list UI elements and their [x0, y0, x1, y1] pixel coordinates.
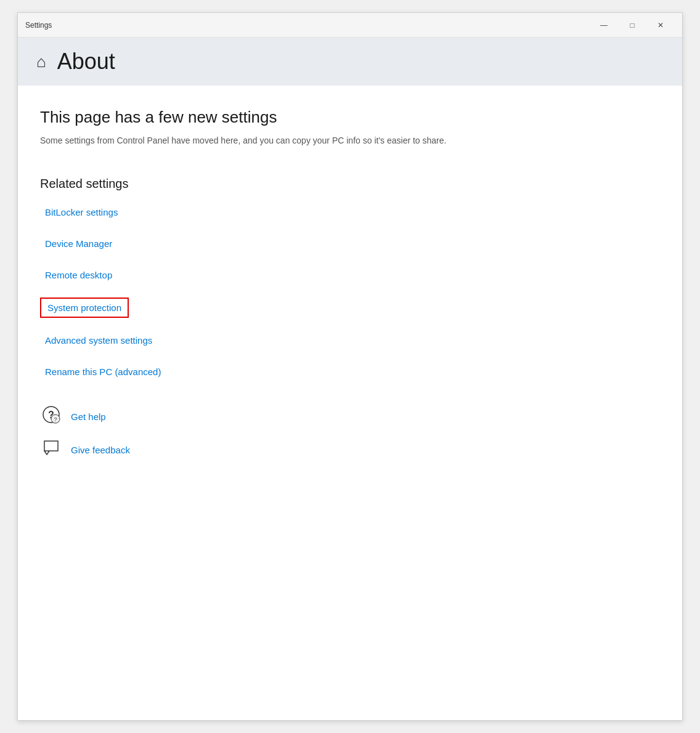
content-area: This page has a few new settings Some se…	[18, 86, 682, 720]
page-title: About	[57, 49, 115, 75]
new-settings-description: Some settings from Control Panel have mo…	[40, 134, 496, 147]
svg-text:?: ?	[54, 416, 57, 423]
minimize-button[interactable]: —	[590, 15, 618, 35]
title-bar: Settings — □ ✕	[18, 13, 682, 38]
settings-window: Settings — □ ✕ ⌂ About This page has a f…	[17, 12, 683, 721]
related-settings-section: Related settings BitLocker settings Devi…	[40, 177, 660, 381]
give-feedback-link[interactable]: Give feedback	[71, 445, 130, 455]
link-advanced-system[interactable]: Advanced system settings	[40, 331, 660, 349]
related-settings-heading: Related settings	[40, 177, 660, 191]
link-rename-pc[interactable]: Rename this PC (advanced)	[40, 363, 660, 381]
link-system-protection[interactable]: System protection	[40, 298, 129, 318]
home-icon: ⌂	[36, 52, 46, 71]
get-help-icon: ? ?	[40, 405, 62, 427]
new-settings-title: This page has a few new settings	[40, 108, 660, 127]
window-controls: — □ ✕	[590, 15, 675, 35]
window-title: Settings	[25, 21, 52, 30]
link-bitlocker[interactable]: BitLocker settings	[40, 203, 660, 221]
get-help-link[interactable]: Get help	[71, 411, 106, 422]
maximize-button[interactable]: □	[618, 15, 646, 35]
new-settings-section: This page has a few new settings Some se…	[40, 108, 660, 147]
give-feedback-item: Give feedback	[40, 439, 660, 461]
give-feedback-icon	[40, 439, 62, 461]
get-help-item: ? ? Get help	[40, 405, 660, 427]
help-section: ? ? Get help Give feedback	[40, 405, 660, 484]
link-device-manager[interactable]: Device Manager	[40, 235, 660, 253]
page-header: ⌂ About	[18, 38, 682, 86]
link-remote-desktop[interactable]: Remote desktop	[40, 266, 660, 284]
close-button[interactable]: ✕	[646, 15, 675, 35]
